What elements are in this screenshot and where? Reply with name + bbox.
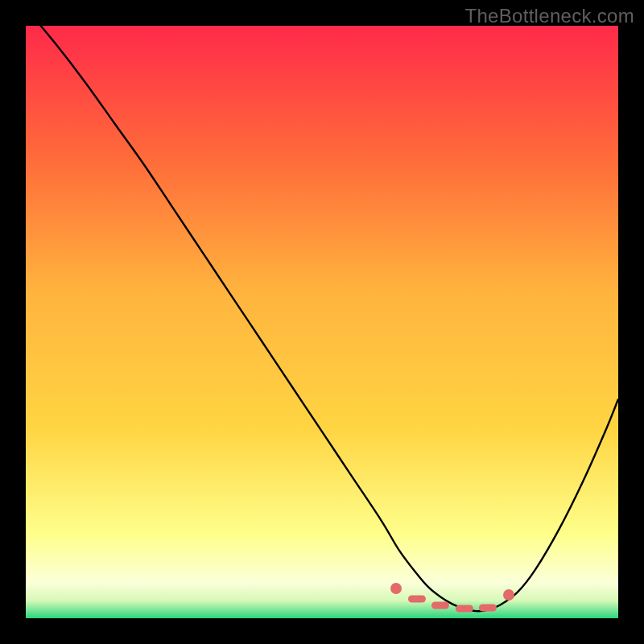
plot-frame (26, 26, 618, 618)
marker-pill (456, 605, 473, 613)
marker-pill (431, 601, 449, 609)
watermark-text: TheBottleneck.com (464, 5, 634, 27)
marker-pill (408, 596, 426, 603)
marker-dot (390, 583, 402, 594)
marker-dot (503, 589, 514, 601)
marker-pill (479, 604, 497, 611)
gradient-background (26, 26, 618, 618)
svg-rect-0 (26, 26, 618, 618)
